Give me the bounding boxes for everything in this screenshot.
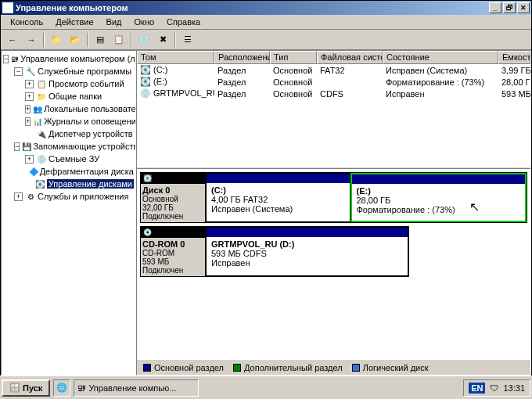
col-layout[interactable]: Расположение (214, 51, 270, 64)
disk-size: 593 МБ (142, 257, 203, 266)
storage-icon: 💾 (22, 141, 31, 152)
menu-action[interactable]: Действие (49, 16, 99, 28)
separator (131, 33, 132, 47)
disk-title: Диск 0 (142, 185, 203, 195)
tree-users[interactable]: +👥Локальные пользователи (3, 102, 134, 115)
tree-label: Управление компьютером (локал (20, 54, 136, 63)
up-button[interactable]: 📁 (48, 31, 65, 49)
collapse-icon[interactable]: − (3, 55, 9, 63)
menu-window[interactable]: Окно (128, 16, 161, 28)
expand-icon[interactable]: + (25, 117, 31, 126)
tree-tools[interactable]: −🔧Служебные программы (3, 65, 134, 77)
clock[interactable]: 13:31 (503, 383, 525, 393)
legend-primary-swatch (143, 364, 151, 372)
cdrom-row: 💿 CD-ROM 0 CD-ROM 593 МБ Подключен GRTMP… (140, 226, 527, 277)
tree-label: Просмотр событий (49, 79, 124, 88)
app-window: 🖳 Управление компьютером _ 🗗 ✕ Консоль Д… (0, 0, 532, 376)
props-button[interactable]: 📋 (110, 31, 128, 49)
separator (43, 33, 45, 47)
partition-e[interactable]: (E:) 28,00 ГБ Форматирование : (73%) (350, 173, 527, 222)
tree-label: Общие папки (49, 92, 102, 101)
partition-c[interactable]: (C:) 4,00 ГБ FAT32 Исправен (Система) (206, 173, 350, 222)
collapse-icon[interactable]: − (14, 67, 23, 76)
expand-icon[interactable]: + (25, 155, 34, 164)
volume-row[interactable]: 💽 (E:)РазделОсновнойФорматирование : (73… (137, 76, 530, 88)
refresh-button[interactable]: ✖ (154, 31, 171, 49)
tree-label: Диспетчер устройств (49, 129, 133, 138)
col-filesystem[interactable]: Файловая система (317, 51, 383, 64)
cell-fs: FAT32 (317, 66, 383, 75)
expand-icon[interactable]: + (25, 92, 34, 101)
tree-devmgr[interactable]: 🔌Диспетчер устройств (3, 128, 134, 140)
volume-list[interactable]: Том Расположение Тип Файловая система Со… (137, 51, 530, 167)
cell-type: Основной (270, 89, 317, 99)
partition-status: Исправен (211, 258, 403, 268)
tree-diskmgmt[interactable]: 💽Управление дисками (3, 178, 134, 190)
expand-icon[interactable]: + (25, 80, 34, 88)
language-indicator[interactable]: EN (469, 383, 485, 394)
tree-shared[interactable]: +📁Общие папки (3, 90, 134, 102)
start-button[interactable]: 🪟Пуск (2, 379, 50, 397)
menu-help[interactable]: Справка (160, 16, 207, 28)
partition-title: GRTMPVOL_RU (D:) (211, 239, 403, 249)
forward-button[interactable]: → (23, 31, 40, 49)
system-tray[interactable]: EN 🛡 13:31 (463, 379, 530, 397)
cell-status: Исправен (383, 89, 498, 99)
col-type[interactable]: Тип (270, 51, 317, 64)
windows-logo-icon: 🪟 (9, 383, 20, 393)
cell-volume: 💿 GRTMPVOL_RU (D:) (137, 88, 214, 99)
col-capacity[interactable]: Емкость (498, 51, 530, 64)
separator (174, 33, 176, 47)
app-icon: 🖳 (77, 383, 86, 393)
tree-label: Дефрагментация диска (40, 167, 134, 176)
tree-defrag[interactable]: 🔷Дефрагментация диска (3, 165, 134, 178)
partition-d[interactable]: GRTMPVOL_RU (D:) 593 МБ CDFS Исправен (206, 227, 408, 276)
disk-icon: 💽 (35, 178, 45, 189)
collapse-icon[interactable]: − (14, 142, 20, 151)
legend-logical-swatch (352, 364, 360, 372)
quick-launch-ie[interactable]: 🌐 (53, 379, 70, 397)
volume-row[interactable]: 💽 (C:)РазделОсновнойFAT32Исправен (Систе… (137, 64, 530, 76)
expand-icon[interactable]: + (25, 105, 31, 113)
menu-console[interactable]: Консоль (4, 16, 49, 28)
tree-logs[interactable]: +📊Журналы и оповещения п (3, 115, 134, 128)
list-header: Том Расположение Тип Файловая система Со… (137, 51, 530, 64)
partition-size: 593 МБ CDFS (211, 249, 403, 258)
volume-row[interactable]: 💿 GRTMPVOL_RU (D:)РазделОсновнойCDFSИспр… (137, 88, 530, 99)
menu-view[interactable]: Вид (100, 16, 128, 28)
help-button[interactable]: 💿 (135, 31, 153, 49)
disk-0-header[interactable]: 💽 Диск 0 Основной 32,00 ГБ Подключен (140, 172, 206, 223)
disk-size: 32,00 ГБ (142, 203, 203, 212)
titlebar[interactable]: 🖳 Управление компьютером _ 🗗 ✕ (1, 1, 531, 15)
cdrom-header[interactable]: 💿 CD-ROM 0 CD-ROM 593 МБ Подключен (140, 226, 206, 277)
close-button[interactable]: ✕ (517, 2, 530, 13)
content-area: −🖳Управление компьютером (локал −🔧Служеб… (1, 50, 531, 376)
col-status[interactable]: Состояние (383, 51, 498, 64)
folder-button[interactable]: 📂 (66, 31, 84, 49)
tree-label: Журналы и оповещения п (44, 117, 136, 126)
legend-extended: Дополнительный раздел (244, 363, 343, 372)
tree-services[interactable]: +⚙Службы и приложения (3, 190, 134, 203)
separator (87, 33, 88, 47)
tree-panel[interactable]: −🖳Управление компьютером (локал −🔧Служеб… (1, 50, 136, 376)
tray-shield-icon[interactable]: 🛡 (490, 383, 498, 393)
disk-title: CD-ROM 0 (142, 239, 203, 249)
restore-button[interactable]: 🗗 (503, 2, 516, 13)
partition-size: 28,00 ГБ (357, 196, 521, 205)
taskbar-app-button[interactable]: 🖳Управление компью... (74, 379, 199, 397)
tree-label-selected: Управление дисками (47, 179, 134, 189)
tree-removable[interactable]: +💿Съемные ЗУ (3, 153, 134, 165)
menubar: Консоль Действие Вид Окно Справка (1, 15, 531, 30)
tree-root[interactable]: −🖳Управление компьютером (локал (3, 52, 134, 65)
tree-events[interactable]: +📋Просмотр событий (3, 77, 134, 90)
col-volume[interactable]: Том (137, 51, 214, 64)
tree-storage[interactable]: −💾Запоминающие устройства (3, 140, 134, 153)
partition-status: Форматирование : (73%) (357, 205, 521, 214)
list-icon[interactable]: ▤ (92, 31, 109, 49)
back-button[interactable]: ← (4, 31, 21, 49)
minimize-button[interactable]: _ (489, 2, 501, 13)
expand-icon[interactable]: + (14, 192, 23, 201)
logs-icon: 📊 (33, 116, 42, 127)
cell-capacity: 593 МБ (498, 89, 530, 99)
settings-button[interactable]: ☰ (179, 31, 196, 49)
